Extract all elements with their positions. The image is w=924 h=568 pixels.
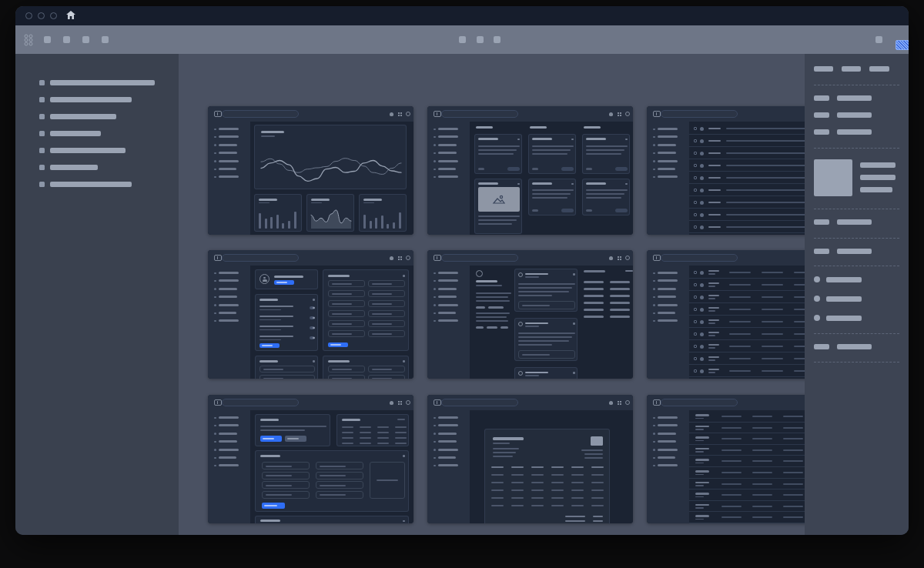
bell-icon[interactable] — [609, 256, 613, 260]
sidebar-item[interactable] — [34, 94, 172, 105]
kanban-image-card[interactable] — [474, 179, 522, 234]
report-row[interactable] — [689, 411, 805, 423]
toolbar-left-tool-2-icon[interactable] — [63, 36, 70, 43]
sidebar-toggle-icon[interactable] — [653, 255, 661, 261]
search-input[interactable] — [222, 399, 299, 406]
sidebar-item[interactable] — [34, 145, 172, 155]
list-row[interactable] — [689, 135, 805, 147]
list-row[interactable] — [689, 221, 805, 233]
toolbar-left-tool-4-icon[interactable] — [102, 36, 109, 43]
list-row[interactable] — [689, 209, 805, 221]
thumbnail-data-table[interactable] — [647, 250, 805, 379]
report-row[interactable] — [689, 423, 805, 434]
thumbnail-social-feed[interactable] — [427, 250, 633, 379]
sidebar-item[interactable] — [34, 128, 172, 139]
row-checkbox[interactable] — [694, 189, 697, 192]
primary-button[interactable] — [260, 436, 282, 442]
table-row[interactable] — [689, 316, 805, 328]
table-row[interactable] — [689, 266, 805, 279]
report-row[interactable] — [689, 467, 805, 479]
secondary-button[interactable] — [285, 436, 306, 442]
avatar-icon[interactable] — [406, 112, 410, 116]
share-button[interactable] — [896, 40, 909, 50]
sidebar-item[interactable] — [34, 179, 172, 189]
traffic-light-window-control-2[interactable] — [38, 12, 45, 19]
table-row[interactable] — [689, 279, 805, 291]
post-card[interactable] — [514, 269, 578, 312]
input-field[interactable] — [368, 300, 405, 307]
report-row[interactable] — [689, 445, 805, 456]
bell-icon[interactable] — [390, 401, 393, 405]
apps-grid-icon[interactable] — [398, 256, 400, 258]
row-checkbox[interactable] — [694, 201, 697, 204]
sidebar-toggle-icon[interactable] — [653, 399, 661, 406]
profile-action-button[interactable] — [274, 280, 294, 285]
sidebar-item[interactable] — [34, 111, 172, 122]
avatar-icon[interactable] — [406, 400, 410, 405]
table-row[interactable] — [689, 365, 805, 377]
avatar-icon[interactable] — [625, 112, 630, 116]
input-field[interactable] — [328, 366, 365, 373]
apps-grid-icon[interactable] — [618, 112, 619, 114]
input-field[interactable] — [368, 310, 405, 317]
row-checkbox[interactable] — [694, 345, 697, 348]
input-field[interactable] — [259, 366, 315, 373]
input-field[interactable] — [328, 330, 365, 337]
row-checkbox[interactable] — [694, 296, 697, 299]
sidebar-toggle-icon[interactable] — [434, 111, 441, 117]
post-card[interactable] — [514, 367, 578, 379]
list-row[interactable] — [689, 196, 805, 209]
input-field[interactable] — [368, 366, 405, 373]
thumbnail-analytics-dashboard[interactable] — [208, 106, 413, 235]
toggle-switch[interactable] — [310, 316, 315, 319]
report-row[interactable] — [689, 489, 805, 501]
sidebar-toggle-icon[interactable] — [214, 399, 222, 406]
list-row[interactable] — [689, 172, 805, 184]
report-row[interactable] — [689, 433, 805, 445]
list-row[interactable] — [689, 122, 805, 135]
input-field[interactable] — [259, 375, 315, 379]
row-checkbox[interactable] — [694, 139, 697, 142]
sidebar-item[interactable] — [34, 162, 172, 172]
row-checkbox[interactable] — [694, 164, 697, 167]
thumbnail-invoice-document[interactable] — [427, 395, 633, 523]
input-field[interactable] — [328, 375, 365, 379]
sidebar-item[interactable] — [34, 77, 172, 88]
traffic-light-window-control-3[interactable] — [50, 12, 57, 19]
table-row[interactable] — [689, 328, 805, 340]
toolbar-center-tool-1-icon[interactable] — [459, 36, 466, 43]
input-field[interactable] — [368, 290, 405, 297]
toolbar-center-tool-3-icon[interactable] — [494, 36, 500, 43]
toolbar-left-tool-1-icon[interactable] — [44, 36, 51, 43]
search-input[interactable] — [441, 399, 518, 406]
thumbnail-settings-page[interactable] — [208, 250, 413, 379]
table-row[interactable] — [689, 303, 805, 316]
textarea-field[interactable] — [370, 462, 405, 499]
bell-icon[interactable] — [390, 256, 393, 260]
input-field[interactable] — [368, 280, 405, 287]
search-input[interactable] — [661, 254, 738, 262]
bell-icon[interactable] — [390, 112, 393, 116]
input-field[interactable] — [262, 491, 310, 499]
avatar-icon[interactable] — [625, 400, 630, 405]
table-row[interactable] — [689, 352, 805, 365]
input-field[interactable] — [262, 472, 310, 479]
bell-icon[interactable] — [609, 112, 613, 116]
sidebar-toggle-icon[interactable] — [214, 111, 222, 117]
table-row[interactable] — [689, 340, 805, 352]
row-checkbox[interactable] — [694, 332, 697, 336]
sidebar-toggle-icon[interactable] — [653, 111, 661, 117]
report-row[interactable] — [689, 512, 805, 523]
input-field[interactable] — [368, 375, 405, 379]
apps-grid-icon[interactable] — [618, 401, 619, 403]
report-row[interactable] — [689, 479, 805, 490]
toggle-switch[interactable] — [310, 326, 315, 329]
comment-input[interactable] — [518, 301, 575, 309]
list-row[interactable] — [689, 147, 805, 159]
thumbnail-report-table[interactable] — [647, 395, 805, 523]
toolbar-left-tool-3-icon[interactable] — [82, 36, 89, 43]
input-field[interactable] — [368, 320, 405, 327]
input-field[interactable] — [328, 280, 365, 287]
list-row[interactable] — [689, 159, 805, 172]
apps-grid-icon[interactable] — [618, 256, 619, 258]
